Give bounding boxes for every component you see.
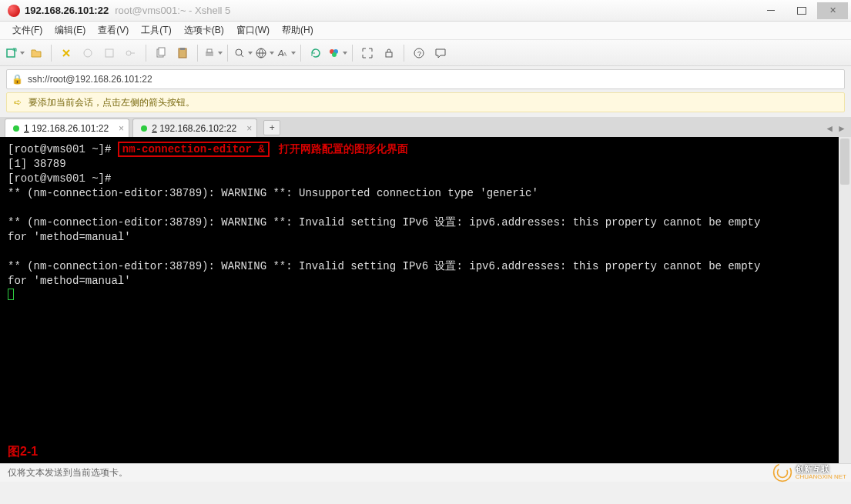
hint-bar: ➪ 要添加当前会话，点击左侧的箭头按钮。	[6, 92, 845, 112]
status-dot-icon	[13, 125, 19, 132]
annotation-text: 打开网路配置的图形化界面	[279, 142, 408, 155]
toolbar-separator	[146, 45, 146, 62]
titlebar: 192.168.26.101:22 root@vms001:~ - Xshell…	[0, 0, 851, 22]
menu-file[interactable]: 文件(F)	[6, 22, 49, 39]
svg-text:?: ?	[417, 50, 421, 58]
window-minimize-button[interactable]	[756, 2, 786, 19]
svg-rect-8	[180, 48, 185, 50]
menubar: 文件(F) 编辑(E) 查看(V) 工具(T) 选项卡(B) 窗口(W) 帮助(…	[0, 22, 851, 40]
toolbar-separator	[197, 45, 198, 62]
terminal-line: for 'method=manual'	[8, 231, 131, 243]
tab1-label: 192.168.26.101:22	[29, 123, 109, 134]
encoding-button[interactable]	[254, 44, 274, 62]
window-maximize-button[interactable]	[786, 2, 817, 19]
hint-arrow-icon[interactable]: ➪	[12, 97, 24, 108]
terminal-line: [root@vms001 ~]#	[8, 172, 118, 185]
properties-button[interactable]	[99, 44, 119, 62]
highlighted-command: nm-connection-editor &	[118, 142, 270, 157]
terminal-line: ** (nm-connection-editor:38789): WARNING…	[8, 187, 538, 199]
svg-point-22	[777, 468, 787, 478]
tab1-prefix: 1	[24, 123, 29, 134]
tab-nav-left-icon[interactable]: ◄	[825, 123, 834, 134]
feedback-button[interactable]	[431, 44, 451, 62]
toolbar-separator	[404, 45, 404, 62]
menu-tools[interactable]: 工具(T)	[135, 22, 177, 39]
svg-point-17	[332, 52, 337, 57]
window-title-main: 192.168.26.101:22	[25, 5, 109, 16]
terminal-scrollbar[interactable]	[839, 137, 851, 463]
toolbar-separator	[352, 45, 353, 62]
lock-button[interactable]	[379, 44, 399, 62]
figure-label: 图2-1	[8, 444, 38, 459]
watermark: 创新互联 CHUANGXIN NET	[772, 462, 846, 482]
lock-icon: 🔒	[12, 74, 23, 85]
status-bar: 仅将文本发送到当前选项卡。	[0, 463, 851, 482]
paste-button[interactable]	[173, 44, 193, 62]
svg-rect-10	[207, 49, 212, 52]
close-tab-icon[interactable]: ×	[119, 123, 124, 134]
font-button[interactable]: AA	[276, 44, 296, 62]
status-text: 仅将文本发送到当前选项卡。	[8, 466, 128, 479]
menu-tabs[interactable]: 选项卡(B)	[178, 22, 230, 39]
terminal-line: for 'method=manual'	[8, 275, 131, 287]
menu-edit[interactable]: 编辑(E)	[49, 22, 92, 39]
menu-window[interactable]: 窗口(W)	[230, 22, 276, 39]
toolbar-separator	[300, 45, 301, 62]
svg-rect-6	[159, 48, 165, 55]
help-button[interactable]: ?	[409, 44, 429, 62]
address-url: ssh://root@192.168.26.101:22	[28, 74, 152, 85]
scrollbar-thumb[interactable]	[840, 139, 849, 185]
toolbar-separator	[227, 45, 228, 62]
color-scheme-button[interactable]	[327, 44, 347, 62]
svg-rect-18	[386, 52, 392, 57]
watermark-brand: 创新互联	[796, 465, 846, 473]
svg-point-2	[84, 49, 92, 57]
status-dot-icon	[141, 125, 147, 132]
print-button[interactable]	[203, 44, 223, 62]
disconnect-button[interactable]	[78, 44, 98, 62]
terminal-cursor	[8, 289, 14, 300]
session-tab-1[interactable]: 1 192.168.26.101:22 ×	[5, 118, 129, 137]
tab-nav-right-icon[interactable]: ►	[837, 123, 846, 134]
svg-text:+: +	[12, 47, 16, 54]
new-session-button[interactable]: +	[5, 44, 25, 62]
copy-button[interactable]	[151, 44, 171, 62]
terminal-line: ** (nm-connection-editor:38789): WARNING…	[8, 260, 760, 272]
svg-point-21	[773, 464, 791, 482]
svg-point-11	[236, 49, 242, 55]
svg-rect-3	[106, 49, 113, 57]
terminal-line: ** (nm-connection-editor:38789): WARNING…	[8, 216, 760, 229]
toolbar: + AA ?	[0, 40, 851, 66]
hint-text: 要添加当前会话，点击左侧的箭头按钮。	[28, 96, 195, 109]
svg-text:A: A	[283, 51, 287, 58]
find-button[interactable]	[233, 44, 253, 62]
key-button[interactable]	[121, 44, 141, 62]
menu-view[interactable]: 查看(V)	[92, 22, 135, 39]
window-close-button[interactable]	[817, 2, 848, 19]
refresh-button[interactable]	[306, 44, 326, 62]
tab2-label: 192.168.26.102:22	[157, 123, 236, 134]
terminal-line: [1] 38789	[8, 158, 66, 170]
address-bar[interactable]: 🔒 ssh://root@192.168.26.101:22	[6, 69, 845, 89]
terminal-output[interactable]: [root@vms001 ~]# nm-connection-editor &打…	[0, 137, 851, 463]
svg-point-4	[126, 51, 131, 55]
add-tab-button[interactable]: +	[263, 120, 280, 135]
fullscreen-button[interactable]	[357, 44, 377, 62]
toolbar-separator	[51, 45, 52, 62]
prompt: [root@vms001 ~]#	[8, 143, 118, 155]
open-session-button[interactable]	[26, 44, 46, 62]
tab2-prefix: 2	[152, 123, 157, 134]
app-icon	[8, 5, 20, 17]
reconnect-button[interactable]	[56, 44, 76, 62]
session-tab-bar: 1 192.168.26.101:22 × 2 192.168.26.102:2…	[0, 117, 851, 137]
close-tab-icon[interactable]: ×	[246, 123, 252, 134]
menu-help[interactable]: 帮助(H)	[276, 22, 320, 39]
window-title-sub: root@vms001:~ - Xshell 5	[115, 5, 230, 16]
watermark-logo-icon	[772, 462, 792, 482]
session-tab-2[interactable]: 2 192.168.26.102:22 ×	[132, 118, 257, 137]
watermark-sub: CHUANGXIN NET	[796, 473, 846, 480]
